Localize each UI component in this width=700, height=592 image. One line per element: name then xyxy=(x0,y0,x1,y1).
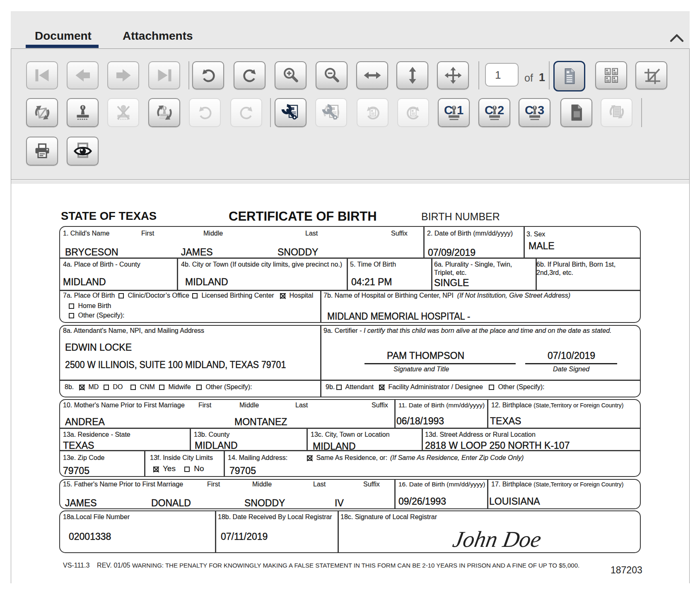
svg-text:C: C xyxy=(444,103,453,117)
svg-text:C: C xyxy=(525,103,533,117)
svg-text:1: 1 xyxy=(457,103,463,117)
svg-text:3: 3 xyxy=(538,103,544,117)
svg-text:2: 2 xyxy=(497,103,504,117)
svg-text:C: C xyxy=(485,103,493,117)
